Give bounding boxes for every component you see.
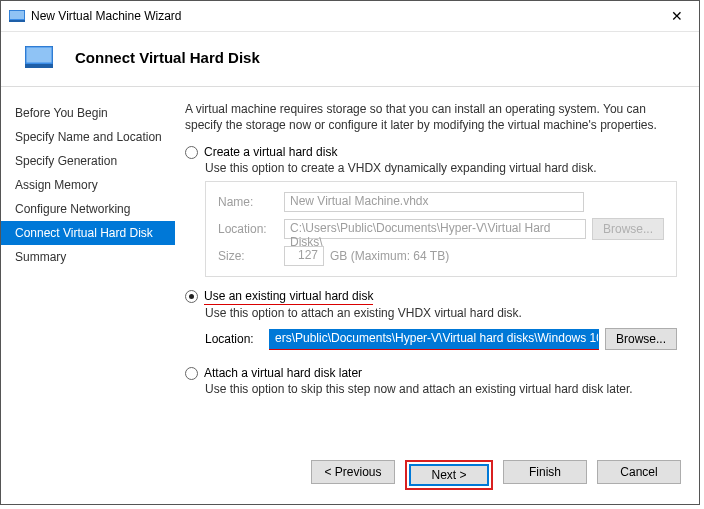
intro-text: A virtual machine requires storage so th… — [185, 101, 677, 133]
create-fieldset: Name: New Virtual Machine.vhdx Location:… — [205, 181, 677, 277]
wizard-content: A virtual machine requires storage so th… — [175, 87, 699, 448]
radio-create-label: Create a virtual hard disk — [204, 145, 337, 159]
nav-configure-networking[interactable]: Configure Networking — [1, 197, 175, 221]
wizard-window: New Virtual Machine Wizard ✕ Connect Vir… — [0, 0, 700, 505]
nav-summary[interactable]: Summary — [1, 245, 175, 269]
titlebar: New Virtual Machine Wizard ✕ — [1, 1, 699, 32]
create-size-input: 127 — [284, 246, 324, 266]
option-attach-later-desc: Use this option to skip this step now an… — [205, 382, 677, 396]
option-use-existing: Use an existing virtual hard disk Use th… — [185, 289, 677, 350]
use-location-label: Location: — [205, 332, 263, 346]
next-button[interactable]: Next > — [409, 464, 489, 486]
svg-rect-2 — [9, 20, 25, 22]
nav-connect-virtual-hard-disk[interactable]: Connect Virtual Hard Disk — [1, 221, 175, 245]
option-create: Create a virtual hard disk Use this opti… — [185, 145, 677, 277]
create-size-label: Size: — [218, 249, 278, 263]
create-location-label: Location: — [218, 222, 278, 236]
next-button-highlight: Next > — [405, 460, 493, 490]
use-location-input[interactable]: ers\Public\Documents\Hyper-V\Virtual har… — [269, 329, 599, 349]
svg-rect-5 — [25, 64, 53, 68]
svg-rect-4 — [27, 48, 52, 63]
close-button[interactable]: ✕ — [655, 1, 699, 31]
radio-use-existing[interactable] — [185, 290, 198, 303]
nav-assign-memory[interactable]: Assign Memory — [1, 173, 175, 197]
nav-specify-generation[interactable]: Specify Generation — [1, 149, 175, 173]
app-icon — [9, 8, 25, 24]
create-location-input: C:\Users\Public\Documents\Hyper-V\Virtua… — [284, 219, 586, 239]
option-create-desc: Use this option to create a VHDX dynamic… — [205, 161, 677, 175]
nav-before-you-begin[interactable]: Before You Begin — [1, 101, 175, 125]
header-icon — [25, 46, 53, 68]
use-browse-button[interactable]: Browse... — [605, 328, 677, 350]
create-name-label: Name: — [218, 195, 278, 209]
create-size-suffix: GB (Maximum: 64 TB) — [330, 249, 449, 263]
radio-attach-later-label: Attach a virtual hard disk later — [204, 366, 362, 380]
create-name-input: New Virtual Machine.vhdx — [284, 192, 584, 212]
wizard-header: Connect Virtual Hard Disk — [1, 32, 699, 87]
option-use-existing-desc: Use this option to attach an existing VH… — [205, 306, 677, 320]
wizard-footer: < Previous Next > Finish Cancel — [1, 448, 699, 504]
nav-specify-name-location[interactable]: Specify Name and Location — [1, 125, 175, 149]
option-attach-later: Attach a virtual hard disk later Use thi… — [185, 366, 677, 396]
cancel-button[interactable]: Cancel — [597, 460, 681, 484]
wizard-nav: Before You Begin Specify Name and Locati… — [1, 87, 175, 448]
radio-attach-later[interactable] — [185, 367, 198, 380]
finish-button[interactable]: Finish — [503, 460, 587, 484]
previous-button[interactable]: < Previous — [311, 460, 395, 484]
radio-create[interactable] — [185, 146, 198, 159]
window-title: New Virtual Machine Wizard — [31, 9, 655, 23]
page-heading: Connect Virtual Hard Disk — [75, 49, 260, 66]
svg-rect-1 — [10, 11, 24, 19]
create-browse-button: Browse... — [592, 218, 664, 240]
radio-use-existing-label: Use an existing virtual hard disk — [204, 289, 373, 304]
wizard-body: Before You Begin Specify Name and Locati… — [1, 87, 699, 448]
